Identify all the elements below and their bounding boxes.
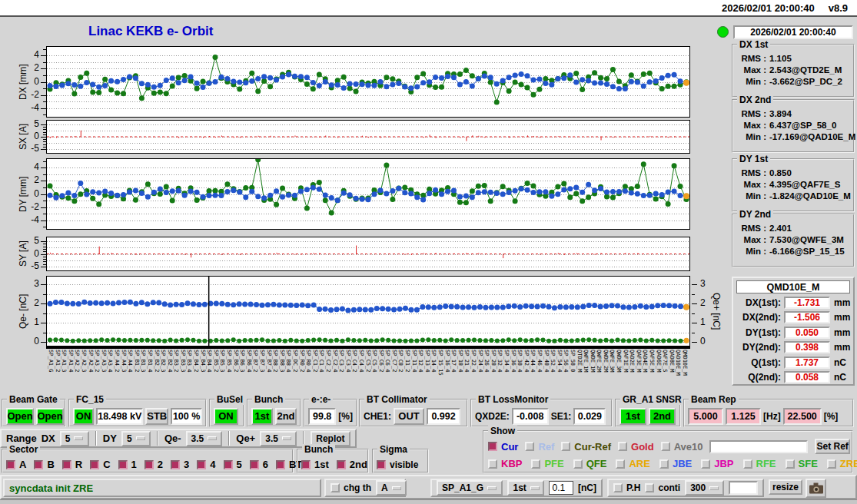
- show-are-checkbox[interactable]: ARE: [616, 458, 649, 469]
- bpm-name-label: SP_B8_4: [285, 350, 291, 394]
- show-jbp-checkbox[interactable]: JBP: [701, 458, 733, 469]
- bpm-name-label: SP_52_4: [550, 350, 556, 394]
- qxd2e-label: QXD2E:: [475, 411, 510, 422]
- charge-plot[interactable]: [47, 277, 689, 346]
- show-jbe-checkbox[interactable]: JBE: [659, 458, 692, 469]
- sy-steering-plot[interactable]: [47, 237, 689, 270]
- axis-tick-mark: [41, 323, 46, 323]
- bpm-name-label: QAF1E_M: [623, 350, 629, 394]
- bunch-view-1st-checkbox[interactable]: 1st: [301, 459, 329, 470]
- sector-c-checkbox[interactable]: C: [90, 459, 110, 470]
- axis-tick-mark: [41, 124, 46, 125]
- separator: [228, 431, 230, 446]
- sector-2-checkbox[interactable]: 2: [144, 459, 163, 470]
- reading-value: 0.398: [784, 341, 830, 353]
- bunch-value: 1st: [513, 482, 526, 493]
- show-cur-ref-checkbox[interactable]: Cur-Ref: [561, 441, 611, 453]
- fc15-stb-button[interactable]: STB: [145, 408, 168, 425]
- snsr-2nd-button[interactable]: 2nd: [649, 408, 676, 425]
- extra-input[interactable]: [729, 481, 758, 495]
- stat-row: RMS :0.850: [737, 168, 850, 177]
- sigma-visible-checkbox[interactable]: visible: [377, 459, 418, 470]
- show-zre-checkbox[interactable]: ZRE: [827, 458, 857, 469]
- sector-1-checkbox[interactable]: 1: [118, 459, 137, 470]
- checkbox-conti: [645, 483, 654, 492]
- chg-th-checkbox[interactable]: chg th: [331, 482, 371, 493]
- range-qep-select[interactable]: 3.5: [260, 431, 297, 446]
- stat-row-label: Min :: [737, 247, 766, 256]
- range-dy-select[interactable]: 5: [121, 431, 151, 446]
- device-select[interactable]: SP_A1_G: [437, 480, 503, 496]
- show-qfe-checkbox[interactable]: QFE: [573, 458, 607, 469]
- checkbox-rfe: [743, 459, 752, 469]
- che1-out-button[interactable]: OUT: [394, 408, 424, 425]
- axis-tick-mark: [41, 303, 46, 304]
- ee-ratio-readout: 99.8: [308, 408, 336, 425]
- ref-file-input[interactable]: [709, 440, 808, 453]
- stat-row: RMS :1.105: [737, 54, 850, 63]
- bunch-2nd-button[interactable]: 2nd: [275, 408, 297, 425]
- bunch-select[interactable]: 1st: [507, 480, 544, 496]
- sy-axis-label: SY [A]: [17, 237, 28, 271]
- dx-orbit-plot[interactable]: [47, 47, 689, 117]
- show-ave10-checkbox[interactable]: Ave10: [661, 441, 703, 453]
- selected-bpm-name: QMD10E_M: [736, 280, 850, 293]
- bpm-reading-row: DY(2nd):0.398mm: [736, 340, 850, 356]
- ph-checkbox[interactable]: P.H: [613, 482, 640, 493]
- range-qem-select[interactable]: 3.5: [186, 431, 223, 446]
- bpm-name-label: SP_B4_3: [200, 350, 206, 394]
- show-ref-checkbox[interactable]: Ref: [525, 441, 554, 453]
- sx-steering-plot[interactable]: [47, 121, 689, 153]
- cur-label: Cur: [501, 441, 518, 453]
- show-cur-checkbox[interactable]: Cur: [488, 441, 518, 453]
- bpm-name-label: SP_B3_2: [173, 350, 179, 394]
- checkbox-zre: [827, 459, 836, 469]
- range-dx-select[interactable]: 5: [60, 431, 89, 446]
- axis-tick-mark: [41, 149, 46, 150]
- bpm-name-label: SP_B3_4: [186, 350, 192, 394]
- beam-gate-open-button-1[interactable]: Open: [6, 408, 34, 425]
- bpm-name-label: SP_42_4: [523, 350, 530, 394]
- show-kbp-checkbox[interactable]: KBP: [488, 458, 522, 469]
- axis-tick-mark: [41, 167, 46, 168]
- stat-box-title: DY 1st: [737, 154, 770, 164]
- sector-3-checkbox[interactable]: 3: [171, 459, 189, 470]
- sector-5-checkbox[interactable]: 5: [224, 459, 242, 470]
- bpm-name-label: SP_C6_4: [384, 350, 390, 394]
- snsr-1st-button[interactable]: 1st: [619, 408, 646, 425]
- bpm-name-label: SP_56_4: [563, 350, 569, 394]
- show-rfe-checkbox[interactable]: RFE: [743, 458, 776, 469]
- dx-plot-frame: [46, 46, 690, 118]
- sector-b-checkbox[interactable]: B: [34, 459, 54, 470]
- th-sector-select[interactable]: A: [376, 480, 407, 496]
- show-sfe-checkbox[interactable]: SFE: [786, 458, 818, 469]
- threshold-input[interactable]: 0.1: [549, 481, 573, 495]
- bpm-name-label: SP_A4_4: [127, 350, 133, 394]
- show-gold-checkbox[interactable]: Gold: [618, 441, 654, 453]
- sector-6-checkbox[interactable]: 6: [250, 459, 268, 470]
- bpm-name-label: SP_22_4: [470, 350, 477, 394]
- checkbox-qfe: [573, 459, 583, 469]
- sector-a-checkbox[interactable]: A: [6, 459, 26, 470]
- beam-rep-group: Beam Rep 5.000 1.125 [Hz] 22.500 [%]: [683, 399, 854, 427]
- dy-orbit-plot[interactable]: [47, 159, 689, 229]
- npoints-select[interactable]: 300: [685, 480, 724, 496]
- qxd2e-readout: -0.008: [512, 408, 549, 425]
- bunch-view-2nd-checkbox[interactable]: 2nd: [337, 459, 367, 470]
- axis-tick-mark: [41, 207, 46, 208]
- bpm-name-label: SP_A1_2: [55, 350, 61, 394]
- show-pfe-checkbox[interactable]: PFE: [531, 458, 563, 469]
- camera-snapshot-button[interactable]: [806, 479, 826, 498]
- sector-4-checkbox[interactable]: 4: [197, 459, 215, 470]
- resize-button[interactable]: resize: [769, 479, 802, 495]
- dropdown-glyph: [282, 436, 291, 440]
- bpm-name-label: SP_B7_3: [259, 350, 265, 394]
- beam-rep-readout-2: 1.125: [726, 408, 761, 425]
- busel-on-button[interactable]: ON: [214, 408, 238, 425]
- fc15-on-button[interactable]: ON: [73, 408, 94, 425]
- set-ref-button[interactable]: Set Ref: [815, 439, 849, 454]
- bunch-1st-button[interactable]: 1st: [251, 408, 273, 425]
- beam-gate-open-button-2[interactable]: Open: [36, 408, 64, 425]
- sector-r-checkbox[interactable]: R: [62, 459, 82, 470]
- conti-checkbox[interactable]: conti: [645, 482, 680, 493]
